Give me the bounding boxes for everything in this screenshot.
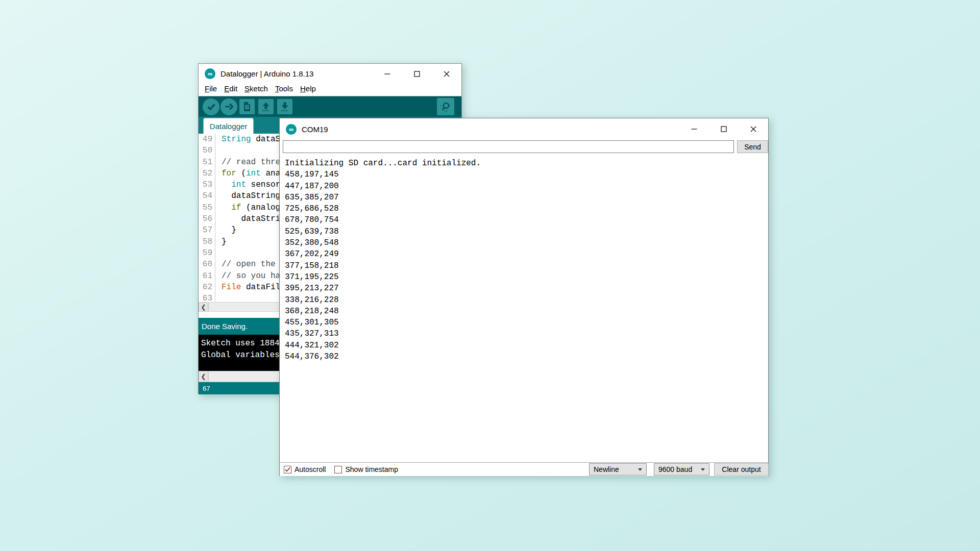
serial-output-line: 444,321,302 [285, 340, 768, 351]
serial-output-line: 371,195,225 [285, 271, 768, 283]
menu-help[interactable]: Help [297, 84, 320, 93]
ide-close-button[interactable] [439, 67, 454, 81]
current-line-indicator: 67 [203, 385, 210, 392]
line-number: 51 [199, 157, 215, 168]
menu-tools[interactable]: Tools [272, 84, 297, 93]
line-number: 57 [199, 224, 215, 236]
line-number: 54 [199, 190, 215, 202]
serial-output-line: 395,213,227 [285, 283, 768, 294]
line-number: 61 [199, 270, 215, 282]
line-number: 55 [199, 202, 215, 213]
line-ending-value: Newline [594, 465, 619, 473]
line-number: 53 [199, 179, 215, 190]
serial-output-line: 367,202,249 [285, 248, 768, 260]
autoscroll-checkbox[interactable] [284, 466, 291, 473]
menu-bar: FileEditSketchToolsHelp [199, 84, 461, 96]
arduino-logo-icon: ∞ [205, 68, 215, 79]
show-timestamp-checkbox[interactable] [334, 466, 342, 473]
status-message: Done Saving. [202, 322, 248, 331]
baud-rate-value: 9600 baud [658, 465, 692, 473]
menu-sketch[interactable]: Sketch [241, 84, 272, 93]
chevron-down-icon [701, 468, 705, 471]
serial-output-line: 338,216,228 [285, 294, 768, 306]
ide-maximize-button[interactable] [409, 67, 425, 81]
serial-output-line: 678,780,754 [285, 214, 768, 226]
line-number: 58 [199, 236, 215, 247]
serial-bottom-bar: Autoscroll Show timestamp Newline 9600 b… [280, 462, 768, 476]
upload-button[interactable] [220, 98, 237, 115]
new-sketch-button[interactable] [239, 99, 255, 114]
ide-minimize-button[interactable] [380, 67, 395, 81]
serial-output-line: 377,158,218 [285, 260, 768, 271]
autoscroll-checkbox-group[interactable]: Autoscroll [284, 465, 326, 473]
code-text: } [215, 224, 236, 236]
line-ending-select[interactable]: Newline [589, 463, 647, 475]
save-sketch-button[interactable] [277, 99, 292, 114]
code-text [215, 145, 222, 156]
serial-output-line: 458,197,145 [285, 169, 768, 180]
line-number: 49 [199, 134, 215, 145]
clear-output-button[interactable]: Clear output [714, 463, 769, 475]
ide-toolbar [199, 96, 461, 117]
serial-maximize-button[interactable] [716, 122, 731, 136]
serial-output-line: 435,327,313 [285, 328, 768, 339]
open-sketch-button[interactable] [258, 99, 274, 114]
send-button[interactable]: Send [737, 140, 768, 153]
code-text [215, 293, 222, 302]
line-number: 56 [199, 213, 215, 224]
arduino-logo-icon: ∞ [286, 124, 297, 135]
tab-datalogger[interactable]: Datalogger [203, 118, 254, 134]
serial-output-line: 544,376,302 [285, 351, 768, 362]
line-number: 52 [199, 168, 215, 179]
serial-output-area[interactable]: Initializing SD card...card initialized.… [280, 155, 768, 462]
menu-file[interactable]: File [201, 84, 220, 93]
serial-monitor-button[interactable] [437, 98, 454, 115]
serial-output-line: Initializing SD card...card initialized. [285, 158, 768, 169]
line-number: 59 [199, 247, 215, 259]
line-number: 62 [199, 282, 215, 293]
menu-edit[interactable]: Edit [220, 84, 241, 93]
serial-output-line: 368,218,248 [285, 306, 768, 317]
timestamp-checkbox-group[interactable]: Show timestamp [334, 465, 398, 473]
line-number: 60 [199, 259, 215, 270]
autoscroll-label: Autoscroll [295, 465, 326, 473]
verify-button[interactable] [203, 98, 219, 115]
ide-window-title: Datalogger | Arduino 1.8.13 [220, 69, 313, 78]
line-number: 63 [199, 293, 215, 302]
serial-minimize-button[interactable] [687, 122, 702, 136]
baud-rate-select[interactable]: 9600 baud [654, 463, 709, 475]
serial-window-title: COM19 [302, 125, 328, 134]
scroll-left-arrow-icon[interactable]: ❮ [199, 371, 208, 382]
chevron-down-icon [638, 468, 642, 471]
serial-titlebar[interactable]: ∞ COM19 [280, 118, 768, 140]
code-text: } [215, 236, 227, 247]
serial-output-line: 455,301,305 [285, 317, 768, 328]
serial-monitor-window: ∞ COM19 Send Initializing SD card...card… [279, 118, 769, 476]
scroll-left-arrow-icon[interactable]: ❮ [199, 302, 208, 312]
show-timestamp-label: Show timestamp [345, 465, 398, 473]
serial-send-input[interactable] [283, 140, 734, 153]
serial-output-line: 525,639,738 [285, 226, 768, 237]
serial-output-line: 635,385,207 [285, 192, 768, 203]
serial-output-line: 352,380,548 [285, 237, 768, 248]
code-text [215, 247, 222, 259]
ide-titlebar[interactable]: ∞ Datalogger | Arduino 1.8.13 [199, 64, 461, 84]
line-number: 50 [199, 145, 215, 156]
serial-output-line: 725,686,528 [285, 203, 768, 214]
serial-close-button[interactable] [746, 122, 761, 136]
serial-output-line: 447,187,200 [285, 181, 768, 192]
